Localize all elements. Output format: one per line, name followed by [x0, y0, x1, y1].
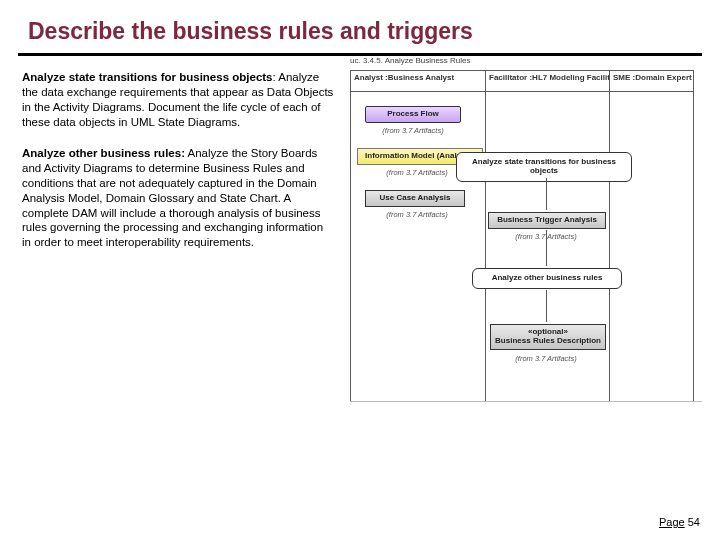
- lane-col-facilitator: Analyze state transitions for business o…: [486, 92, 610, 401]
- page-footer: Page 54: [659, 516, 700, 528]
- arrow-1: [546, 178, 547, 210]
- page-number: 54: [688, 516, 700, 528]
- from-label-5: (from 3.7 Artifacts): [496, 354, 596, 363]
- lane-header-facilitator: Facilitator :HL7 Modeling Facilitator: [486, 70, 610, 92]
- diagram-column: uc. 3.4.5. Analyze Business Rules Analys…: [342, 70, 702, 402]
- paragraph-2: Analyze other business rules: Analyze th…: [22, 146, 334, 251]
- arrow-3: [546, 290, 547, 322]
- swimlane-headers: Analyst :Business Analyst Facilitator :H…: [350, 70, 702, 92]
- lane-col-sme: [610, 92, 694, 401]
- from-label-2: (from 3.7 Artifacts): [367, 168, 467, 177]
- diagram-title: uc. 3.4.5. Analyze Business Rules: [350, 56, 471, 65]
- content-area: Analyze state transitions for business o…: [0, 56, 720, 402]
- text-column: Analyze state transitions for business o…: [22, 70, 334, 402]
- from-label-1: (from 3.7 Artifacts): [363, 126, 463, 135]
- swimlane-body: Process Flow (from 3.7 Artifacts) Inform…: [350, 92, 702, 402]
- para2-body: Analyze the Story Boards and Activity Di…: [22, 147, 323, 249]
- page-label: Page: [659, 516, 685, 528]
- lane-col-analyst: Process Flow (from 3.7 Artifacts) Inform…: [350, 92, 486, 401]
- para2-heading: Analyze other business rules:: [22, 147, 185, 159]
- from-label-3: (from 3.7 Artifacts): [367, 210, 467, 219]
- node-process-flow: Process Flow: [365, 106, 461, 123]
- slide-title: Describe the business rules and triggers: [0, 0, 720, 53]
- lane-header-analyst: Analyst :Business Analyst: [350, 70, 486, 92]
- paragraph-1: Analyze state transitions for business o…: [22, 70, 334, 130]
- node-transitions: Analyze state transitions for business o…: [456, 152, 632, 182]
- lane-header-sme: SME :Domain Expert: [610, 70, 694, 92]
- node-trigger: Business Trigger Analysis: [488, 212, 606, 229]
- para1-heading: Analyze state transitions for business o…: [22, 71, 273, 83]
- node-use-case: Use Case Analysis: [365, 190, 465, 207]
- node-optional: «optional» Business Rules Description: [490, 324, 606, 350]
- arrow-2: [546, 230, 547, 266]
- node-other-rules: Analyze other business rules: [472, 268, 622, 289]
